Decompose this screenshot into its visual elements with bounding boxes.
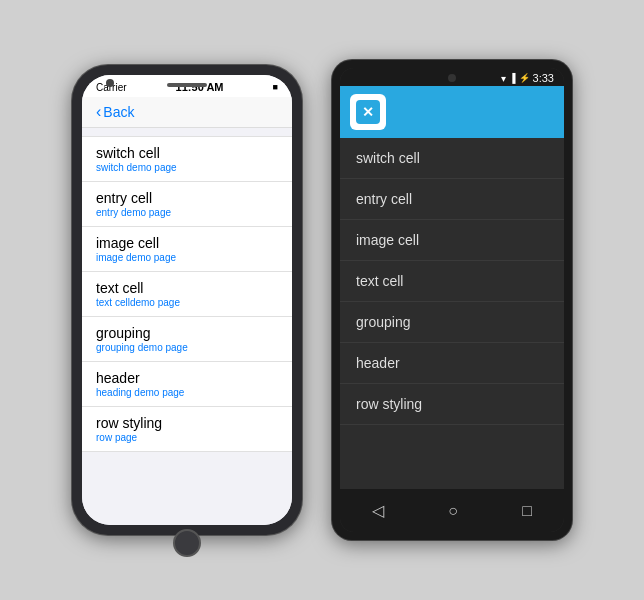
android-list-item[interactable]: row styling <box>340 384 564 425</box>
android-list: switch cellentry cellimage celltext cell… <box>340 138 564 489</box>
android-nav-bar: ◁ ○ □ <box>340 489 564 532</box>
iphone-item-subtitle: heading demo page <box>96 387 278 398</box>
android-list-item[interactable]: image cell <box>340 220 564 261</box>
android-status-icons: ▾ ▐ ⚡ 3:33 <box>501 72 554 84</box>
svg-text:✕: ✕ <box>362 104 374 120</box>
iphone-list-item[interactable]: header heading demo page <box>82 362 292 407</box>
android-camera <box>448 74 456 82</box>
iphone-item-title: grouping <box>96 325 278 341</box>
android-toolbar: ✕ <box>340 86 564 138</box>
iphone-list-item[interactable]: row styling row page <box>82 407 292 452</box>
iphone-item-subtitle: row page <box>96 432 278 443</box>
iphone-item-title: switch cell <box>96 145 278 161</box>
iphone-item-subtitle: text celldemo page <box>96 297 278 308</box>
iphone-item-title: entry cell <box>96 190 278 206</box>
recent-nav-button[interactable]: □ <box>510 498 544 524</box>
android-list-item[interactable]: header <box>340 343 564 384</box>
iphone-list-item[interactable]: entry cell entry demo page <box>82 182 292 227</box>
iphone-item-subtitle: image demo page <box>96 252 278 263</box>
android-list-item[interactable]: grouping <box>340 302 564 343</box>
android-device: ▾ ▐ ⚡ 3:33 ✕ switch cellentry cellimage … <box>332 60 572 540</box>
signal-icon: ▐ <box>509 73 515 83</box>
iphone-list-item[interactable]: text cell text celldemo page <box>82 272 292 317</box>
battery-icon: ⚡ <box>519 73 530 83</box>
iphone-screen: Carrier 11:50 AM ■ ‹ Back switch cell sw… <box>82 75 292 525</box>
app-icon: ✕ <box>350 94 386 130</box>
iphone-item-subtitle: switch demo page <box>96 162 278 173</box>
iphone-item-title: image cell <box>96 235 278 251</box>
iphone-nav-bar: ‹ Back <box>82 97 292 128</box>
battery-icon: ■ <box>273 82 278 92</box>
iphone-device: Carrier 11:50 AM ■ ‹ Back switch cell sw… <box>72 65 302 535</box>
iphone-list-item[interactable]: image cell image demo page <box>82 227 292 272</box>
iphone-speaker <box>167 83 207 87</box>
back-nav-button[interactable]: ◁ <box>360 497 396 524</box>
android-list-item[interactable]: entry cell <box>340 179 564 220</box>
iphone-item-title: text cell <box>96 280 278 296</box>
iphone-list-item[interactable]: grouping grouping demo page <box>82 317 292 362</box>
iphone-item-title: row styling <box>96 415 278 431</box>
android-list-item[interactable]: text cell <box>340 261 564 302</box>
back-button[interactable]: ‹ Back <box>96 103 278 121</box>
iphone-home-button[interactable] <box>173 529 201 557</box>
wifi-icon: ▾ <box>501 73 506 84</box>
iphone-item-title: header <box>96 370 278 386</box>
iphone-list-item[interactable]: switch cell switch demo page <box>82 136 292 182</box>
chevron-left-icon: ‹ <box>96 103 101 121</box>
back-label: Back <box>103 104 134 120</box>
iphone-item-subtitle: entry demo page <box>96 207 278 218</box>
iphone-camera <box>106 79 114 87</box>
home-nav-button[interactable]: ○ <box>436 498 470 524</box>
iphone-item-subtitle: grouping demo page <box>96 342 278 353</box>
iphone-list: switch cell switch demo page entry cell … <box>82 128 292 525</box>
android-screen: ▾ ▐ ⚡ 3:33 ✕ switch cellentry cellimage … <box>340 68 564 532</box>
android-list-item[interactable]: switch cell <box>340 138 564 179</box>
android-time: 3:33 <box>533 72 554 84</box>
